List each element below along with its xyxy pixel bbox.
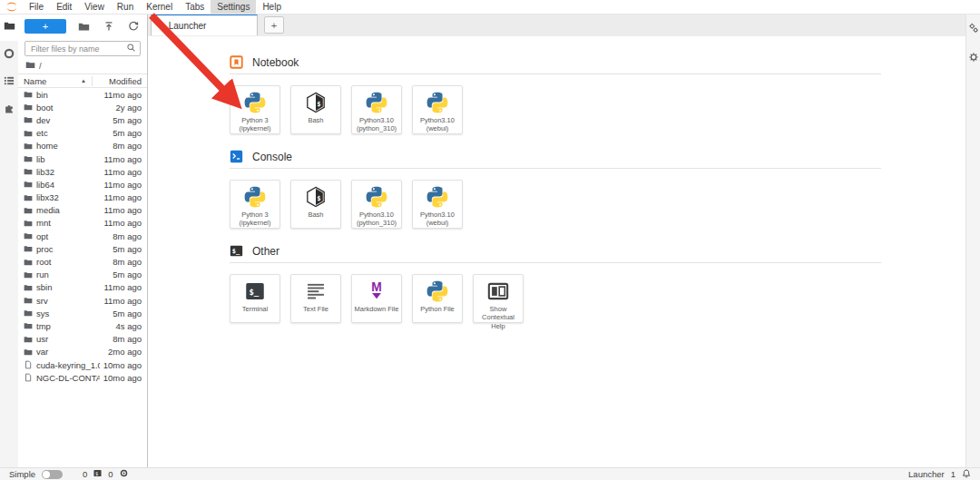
menu-item-tabs[interactable]: Tabs xyxy=(179,0,211,14)
file-row-srv[interactable]: srv11mo ago xyxy=(18,294,147,307)
file-row-sys[interactable]: sys5m ago xyxy=(18,307,147,319)
notifications-count[interactable]: 1 xyxy=(951,469,956,479)
menu-item-file[interactable]: File xyxy=(23,0,50,14)
filter-files-input[interactable] xyxy=(29,44,126,54)
launcher-card-console-python3-10-webui[interactable]: Python3.10 (webui) xyxy=(412,180,463,229)
file-row-usr[interactable]: usr8m ago xyxy=(18,333,147,346)
file-row-libx32[interactable]: libx3211mo ago xyxy=(18,191,147,204)
file-name: srv xyxy=(36,296,100,306)
sidebar-tab-extensions[interactable] xyxy=(0,95,18,122)
bell-icon[interactable] xyxy=(962,469,971,480)
new-tab-button[interactable]: + xyxy=(264,16,284,34)
terminal-icon: $_ xyxy=(243,279,267,303)
new-launcher-button[interactable]: + xyxy=(24,19,66,34)
launcher-card-other-python-file[interactable]: Python File xyxy=(412,274,463,323)
file-row-bin[interactable]: bin11mo ago xyxy=(18,88,147,101)
breadcrumb-root[interactable]: / xyxy=(39,61,42,71)
svg-text:$_: $_ xyxy=(250,288,260,297)
simple-mode-toggle[interactable] xyxy=(42,470,63,479)
file-row-run[interactable]: run5m ago xyxy=(18,269,147,281)
menu-item-run[interactable]: Run xyxy=(111,0,140,14)
property-inspector-icon[interactable] xyxy=(968,21,979,37)
launcher-card-console-python3-10-python-310[interactable]: Python3.10 (python_310) xyxy=(351,180,402,229)
refresh-icon[interactable] xyxy=(126,19,141,34)
file-row-var[interactable]: var2mo ago xyxy=(18,346,147,358)
running-circle-icon xyxy=(4,46,15,63)
new-folder-icon[interactable] xyxy=(76,19,91,34)
close-icon[interactable]: ✕ xyxy=(158,22,164,29)
file-name: etc xyxy=(36,128,109,138)
file-row-home[interactable]: home8m ago xyxy=(18,140,147,152)
folder-icon xyxy=(24,193,33,202)
launcher-card-notebook-python3-10-webui[interactable]: Python3.10 (webui) xyxy=(412,85,463,134)
file-modified: 8m ago xyxy=(113,257,142,267)
card-label: Python3.10 (webui) xyxy=(413,116,462,133)
file-row-etc[interactable]: etc5m ago xyxy=(18,127,147,140)
card-row: $_TerminalText FileMMarkdown FilePython … xyxy=(230,263,881,338)
file-modified: 5m ago xyxy=(113,128,142,138)
sidebar-tab-filebrowser[interactable] xyxy=(0,14,18,41)
sort-ascending-icon: ▲ xyxy=(81,78,86,83)
file-row-dev[interactable]: dev5m ago xyxy=(18,113,147,126)
statusbar: Simple 0 $ 0 Launcher 1 xyxy=(0,467,980,480)
launcher-card-notebook-python3-10-python-310[interactable]: Python3.10 (python_310) xyxy=(351,85,402,134)
file-row-root[interactable]: root8m ago xyxy=(18,255,147,268)
column-header-name[interactable]: Name ▲ xyxy=(24,76,92,86)
launcher-card-notebook-python-3-ipykernel[interactable]: Python 3 (ipykernel) xyxy=(230,85,280,134)
file-row-tmp[interactable]: tmp4s ago xyxy=(18,319,147,332)
file-row-lib[interactable]: lib11mo ago xyxy=(18,152,147,165)
markdown-icon: M xyxy=(365,279,388,303)
folder-icon xyxy=(24,167,33,176)
file-row-boot[interactable]: boot2y ago xyxy=(18,101,147,113)
svg-text:$_: $_ xyxy=(232,247,240,255)
file-row-lib32[interactable]: lib3211mo ago xyxy=(18,165,147,178)
sidebar-tab-running[interactable] xyxy=(0,41,18,68)
svg-text:$: $ xyxy=(317,100,320,108)
launcher-card-other-show-contextual-help[interactable]: Show Contextual Help xyxy=(473,274,524,323)
launcher-card-notebook-bash[interactable]: $Bash xyxy=(290,85,341,134)
file-row-proc[interactable]: proc5m ago xyxy=(18,242,147,255)
launcher-card-console-python-3-ipykernel[interactable]: Python 3 (ipykernel) xyxy=(230,180,280,229)
jupyter-logo-icon xyxy=(4,1,20,13)
launcher-card-other-text-file[interactable]: Text File xyxy=(290,274,341,323)
folder-icon xyxy=(24,154,33,163)
column-header-modified[interactable]: Modified xyxy=(92,76,142,86)
menu-item-edit[interactable]: Edit xyxy=(50,0,78,14)
menu-item-view[interactable]: View xyxy=(78,0,111,14)
file-list-header: Name ▲ Modified xyxy=(18,73,147,88)
folder-icon xyxy=(24,129,33,138)
tab-launcher[interactable]: ✕ Launcher xyxy=(151,14,258,35)
launcher-card-other-terminal[interactable]: $_Terminal xyxy=(230,274,280,323)
file-name: boot xyxy=(36,103,112,113)
filter-box xyxy=(24,41,141,56)
contextual-help-icon xyxy=(486,279,510,303)
sidebar-tab-toc[interactable] xyxy=(0,68,18,95)
launcher-card-console-bash[interactable]: $Bash xyxy=(290,180,341,229)
file-row-lib64[interactable]: lib6411mo ago xyxy=(18,178,147,191)
terminals-count: 0 xyxy=(83,469,87,479)
file-row-sbin[interactable]: sbin11mo ago xyxy=(18,281,147,294)
file-row-cuda-keyring-1-0[interactable]: cuda-keyring_1.0-...10mo ago xyxy=(18,358,147,371)
menu-item-help[interactable]: Help xyxy=(256,0,288,14)
file-name: usr xyxy=(36,334,109,344)
breadcrumb[interactable]: / xyxy=(18,58,147,73)
menubar: FileEditViewRunKernelTabsSettingsHelp xyxy=(0,0,980,15)
menu-item-kernel[interactable]: Kernel xyxy=(140,0,179,14)
python-icon xyxy=(365,185,388,209)
folder-icon xyxy=(24,309,33,318)
folder-icon xyxy=(24,219,33,228)
launcher-card-other-markdown-file[interactable]: MMarkdown File xyxy=(351,274,402,323)
file-row-opt[interactable]: opt8m ago xyxy=(18,230,147,242)
file-name: media xyxy=(36,205,100,215)
folder-icon xyxy=(24,115,33,124)
menu-item-settings[interactable]: Settings xyxy=(211,0,256,14)
debugger-gear-icon[interactable] xyxy=(968,50,979,66)
file-row-mnt[interactable]: mnt11mo ago xyxy=(18,217,147,230)
section-header: Console xyxy=(230,150,881,169)
file-row-ngc-dl-contai[interactable]: NGC-DL-CONTAI...10mo ago xyxy=(18,371,147,384)
upload-icon[interactable] xyxy=(102,19,116,34)
file-name: NGC-DL-CONTAI... xyxy=(36,373,100,383)
card-label: Python File xyxy=(418,305,456,313)
card-label: Terminal xyxy=(240,305,270,313)
file-row-media[interactable]: media11mo ago xyxy=(18,204,147,217)
